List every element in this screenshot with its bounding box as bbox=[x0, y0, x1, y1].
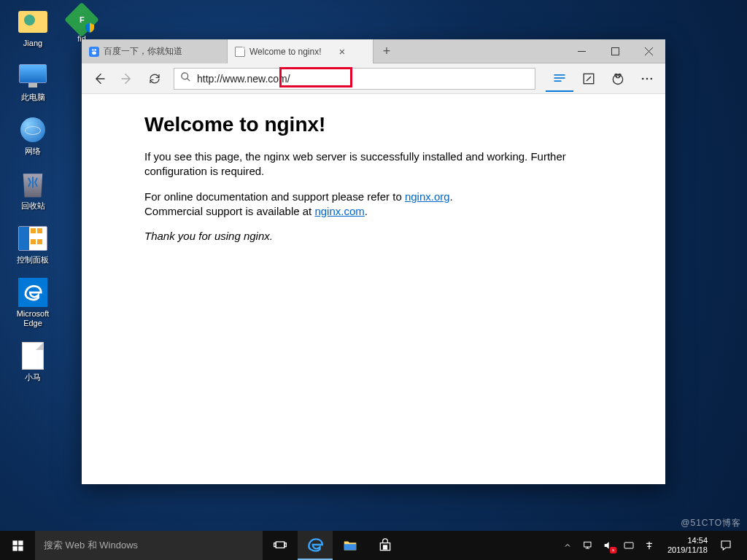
back-button[interactable] bbox=[86, 66, 112, 92]
tab-baidu[interactable]: 百度一下，你就知道 bbox=[82, 39, 228, 63]
taskbar: 搜索 Web 和 Windows × bbox=[0, 531, 747, 560]
nginx-org-link[interactable]: nginx.org bbox=[405, 190, 450, 203]
svg-point-0 bbox=[92, 49, 93, 51]
edge-icon bbox=[18, 278, 47, 307]
fiddler-shortcut[interactable]: F fid bbox=[69, 7, 94, 43]
tray-chevron-icon[interactable] bbox=[561, 539, 574, 552]
page-paragraph: If you see this page, the nginx web serv… bbox=[144, 149, 603, 179]
tray-volume-icon[interactable]: × bbox=[602, 539, 615, 552]
svg-rect-21 bbox=[12, 546, 17, 551]
task-view-button[interactable] bbox=[263, 531, 298, 560]
start-button[interactable] bbox=[0, 531, 35, 560]
svg-line-8 bbox=[187, 78, 190, 81]
svg-rect-4 bbox=[611, 47, 619, 55]
svg-point-17 bbox=[646, 77, 649, 79]
this-pc[interactable]: 此电脑 bbox=[7, 61, 58, 102]
clock-time: 14:54 bbox=[667, 536, 708, 545]
desktop-icons: Jiang 此电脑 网络 回收站 控制面板 Microsoft Edge bbox=[7, 7, 58, 383]
bin-icon bbox=[22, 171, 44, 198]
edge-browser-window: 百度一下，你就知道 Welcome to nginx! × + bbox=[82, 39, 665, 484]
baidu-favicon-icon bbox=[89, 47, 99, 57]
address-bar-row bbox=[82, 63, 665, 94]
note-button[interactable] bbox=[575, 66, 603, 92]
close-tab-icon[interactable]: × bbox=[339, 46, 346, 57]
svg-point-16 bbox=[642, 77, 644, 79]
watermark: @51CTO博客 bbox=[681, 517, 741, 529]
search-icon bbox=[180, 71, 191, 85]
address-bar[interactable] bbox=[174, 68, 535, 90]
close-window-button[interactable] bbox=[632, 39, 665, 63]
svg-rect-31 bbox=[624, 542, 633, 548]
tray-ime2-icon[interactable] bbox=[643, 539, 656, 552]
svg-point-7 bbox=[182, 73, 188, 79]
tab-title: Welcome to nginx! bbox=[249, 47, 322, 57]
page-content: Welcome to nginx! If you see this page, … bbox=[82, 94, 665, 484]
folder-jiang[interactable]: Jiang bbox=[7, 7, 58, 48]
svg-rect-25 bbox=[285, 543, 287, 547]
text-file-xiaoma[interactable]: 小马 bbox=[7, 341, 58, 382]
reading-list-button[interactable] bbox=[546, 66, 573, 92]
desktop: Jiang 此电脑 网络 回收站 控制面板 Microsoft Edge bbox=[0, 0, 747, 560]
svg-point-13 bbox=[613, 74, 622, 84]
tray-notifications-icon[interactable] bbox=[719, 539, 732, 552]
svg-point-18 bbox=[651, 77, 653, 79]
tab-title: 百度一下，你就知道 bbox=[104, 45, 182, 58]
icon-label: 小马 bbox=[25, 373, 41, 382]
icon-label: 此电脑 bbox=[21, 93, 45, 102]
monitor-icon bbox=[19, 64, 47, 88]
control-panel[interactable]: 控制面板 bbox=[7, 224, 58, 265]
new-tab-button[interactable]: + bbox=[374, 39, 400, 63]
svg-rect-27 bbox=[385, 545, 387, 547]
svg-rect-28 bbox=[384, 548, 385, 549]
taskbar-edge[interactable] bbox=[298, 531, 333, 560]
minimize-button[interactable] bbox=[565, 39, 598, 63]
svg-rect-30 bbox=[584, 542, 591, 547]
maximize-button[interactable] bbox=[598, 39, 632, 63]
microsoft-edge[interactable]: Microsoft Edge bbox=[7, 278, 58, 328]
svg-rect-26 bbox=[384, 545, 385, 547]
globe-icon bbox=[20, 117, 45, 142]
svg-rect-24 bbox=[274, 543, 276, 547]
svg-rect-23 bbox=[276, 542, 285, 548]
svg-point-1 bbox=[94, 49, 96, 51]
svg-rect-19 bbox=[12, 540, 17, 545]
page-paragraph: For online documentation and support ple… bbox=[144, 190, 603, 219]
refresh-button[interactable] bbox=[142, 66, 168, 92]
taskbar-clock[interactable]: 14:54 2019/11/18 bbox=[663, 536, 712, 555]
tab-nginx[interactable]: Welcome to nginx! × bbox=[228, 39, 374, 63]
page-paragraph: Thank you for using nginx. bbox=[144, 229, 603, 244]
search-placeholder: 搜索 Web 和 Windows bbox=[44, 539, 138, 552]
taskbar-search[interactable]: 搜索 Web 和 Windows bbox=[35, 531, 263, 560]
page-heading: Welcome to nginx! bbox=[144, 113, 603, 136]
forward-button[interactable] bbox=[114, 66, 140, 92]
clock-date: 2019/11/18 bbox=[667, 545, 708, 555]
icon-label: 回收站 bbox=[21, 201, 45, 211]
network[interactable]: 网络 bbox=[7, 115, 58, 156]
tray-network-icon[interactable] bbox=[581, 539, 595, 552]
recycle-bin[interactable]: 回收站 bbox=[7, 170, 58, 211]
share-button[interactable] bbox=[604, 66, 632, 92]
svg-point-2 bbox=[92, 51, 96, 54]
icon-label: 网络 bbox=[25, 147, 41, 156]
document-icon bbox=[22, 342, 44, 370]
svg-rect-20 bbox=[18, 540, 23, 545]
tab-strip: 百度一下，你就知道 Welcome to nginx! × + bbox=[82, 39, 665, 63]
nginx-com-link[interactable]: nginx.com bbox=[314, 205, 364, 217]
tray-ime-icon[interactable] bbox=[622, 539, 635, 552]
system-tray: × 14:54 2019/11/18 bbox=[558, 531, 747, 560]
more-button[interactable] bbox=[633, 66, 661, 92]
fiddler-icon: F bbox=[69, 7, 94, 32]
icon-label: 控制面板 bbox=[17, 255, 49, 265]
control-panel-icon bbox=[18, 226, 47, 251]
document-favicon-icon bbox=[235, 47, 245, 57]
taskbar-file-explorer[interactable] bbox=[333, 531, 368, 560]
taskbar-store[interactable] bbox=[368, 531, 403, 560]
svg-rect-29 bbox=[385, 548, 387, 549]
url-input[interactable] bbox=[197, 73, 529, 85]
svg-rect-22 bbox=[18, 546, 23, 551]
icon-label: Jiang bbox=[23, 39, 42, 48]
icon-label: Microsoft Edge bbox=[7, 309, 58, 328]
folder-icon bbox=[18, 11, 47, 33]
